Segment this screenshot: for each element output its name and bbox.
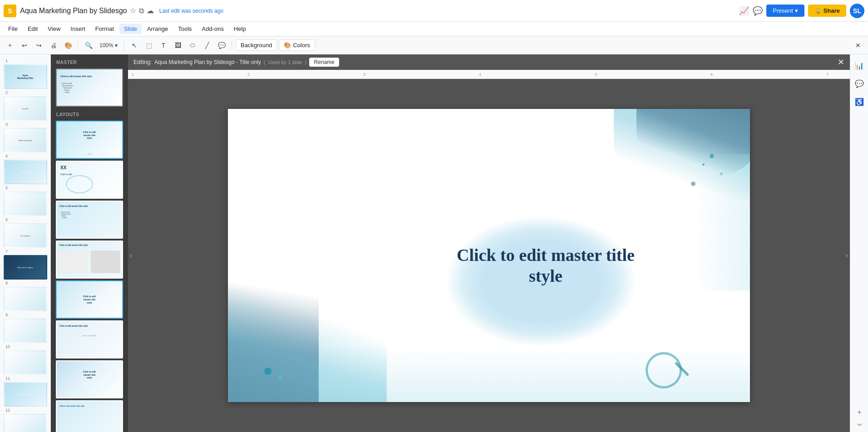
menu-file[interactable]: File bbox=[4, 24, 22, 34]
chart-icon-btn[interactable]: 📊 bbox=[852, 58, 867, 73]
toolbar: ＋ ↩ ↪ 🖨 🎨 🔍 100% ▾ ↖ ⬚ T 🖼 ⬭ ╱ 💬 Backgro… bbox=[0, 36, 868, 54]
cloud-icon[interactable]: ☁ bbox=[147, 6, 154, 15]
master-slide-bg: Click to edit master title style • Click… bbox=[57, 69, 122, 106]
zoom-dropdown[interactable]: 100% ▾ bbox=[97, 39, 120, 52]
slide-thumb-8[interactable] bbox=[4, 287, 47, 311]
master-slide-title: Click to edit master title style bbox=[60, 75, 118, 78]
palette-icon: 🎨 bbox=[284, 42, 291, 49]
doc-title: Aqua Marketing Plan by Slidesgo bbox=[20, 7, 127, 15]
slide-thumb-11[interactable]: Buyer Persona bbox=[4, 382, 47, 407]
last-edit-link[interactable]: Last edit was seconds ago bbox=[159, 8, 223, 14]
slide-thumb-6[interactable]: Our section bbox=[4, 223, 47, 248]
used-by-text: Used by 1 slide bbox=[268, 59, 302, 65]
zoom-out-button[interactable]: 🔍 bbox=[82, 39, 95, 52]
slide-thumb-11-wrapper: 11 Buyer Persona bbox=[2, 376, 49, 407]
master-slide-thumb[interactable]: Click to edit master title style • Click… bbox=[56, 69, 123, 107]
master-slide-bullets: • Click to edit• Second level · Third le… bbox=[61, 82, 73, 93]
master-panel: MASTER Click to edit master title style … bbox=[51, 54, 128, 432]
menu-tools[interactable]: Tools bbox=[173, 24, 196, 34]
slide-thumb-9[interactable] bbox=[4, 319, 47, 343]
top-bar: S Aqua Marketing Plan by Slidesgo ☆ ⧉ ☁ … bbox=[0, 0, 868, 22]
menu-format[interactable]: Format bbox=[91, 24, 118, 34]
collapse-btn[interactable]: ❮ bbox=[857, 423, 862, 427]
menu-addons[interactable]: Add-ons bbox=[197, 24, 228, 34]
layouts-label: LAYOUTS bbox=[51, 108, 128, 119]
toolbar-divider-1 bbox=[78, 41, 79, 50]
close-panel-button[interactable]: ✕ bbox=[852, 39, 864, 52]
paint-format-button[interactable]: 🎨 bbox=[62, 39, 74, 52]
accessibility-icon-btn[interactable]: ♿ bbox=[852, 94, 867, 109]
slide-thumb-3-wrapper: 3 Table of Sections bbox=[2, 122, 49, 152]
comment-icon[interactable]: 💬 bbox=[753, 6, 763, 16]
shape-tool[interactable]: ⬭ bbox=[186, 39, 199, 52]
menu-edit[interactable]: Edit bbox=[23, 24, 42, 34]
layout-thumb-1[interactable]: Click to editmaster titlestyle ∿∿∿ bbox=[56, 121, 123, 159]
menu-bar: File Edit View Insert Format Slide Arran… bbox=[0, 22, 868, 36]
trending-icon[interactable]: 📈 bbox=[739, 6, 749, 16]
toolbar-divider-2 bbox=[124, 41, 124, 50]
slide-thumb-2[interactable]: Content bbox=[4, 96, 47, 121]
slide-thumb-5[interactable] bbox=[4, 191, 47, 216]
present-button[interactable]: Present ▾ bbox=[766, 5, 804, 17]
canvas-scroll[interactable]: Click to edit master title style ‹ › bbox=[128, 79, 850, 432]
comment-icon-btn[interactable]: 💬 bbox=[852, 76, 867, 91]
slide-thumb-1-wrapper: 1 AquaMarketing Plan bbox=[2, 59, 49, 89]
menu-insert[interactable]: Insert bbox=[66, 24, 90, 34]
title-icons: ☆ ⧉ ☁ bbox=[130, 6, 154, 15]
folder-icon[interactable]: ⧉ bbox=[139, 7, 144, 15]
undo-button[interactable]: ↩ bbox=[18, 39, 31, 52]
layout-thumb-4[interactable]: Click to edit master title style bbox=[56, 241, 123, 279]
layout-thumb-8[interactable]: Click to edit master title style bbox=[56, 400, 123, 432]
scroll-left-indicator: ‹ bbox=[130, 251, 132, 260]
close-editing-button[interactable]: ✕ bbox=[838, 57, 844, 67]
share-button[interactable]: 🔒 Share bbox=[808, 5, 846, 17]
slide-thumb-12[interactable] bbox=[4, 414, 47, 432]
slide-thumb-10[interactable] bbox=[4, 350, 47, 375]
toolbar-divider-3 bbox=[232, 41, 232, 50]
new-slide-button[interactable]: ＋ bbox=[4, 39, 16, 52]
rename-button[interactable]: Rename bbox=[309, 58, 339, 67]
master-label: MASTER bbox=[51, 58, 128, 67]
text-tool[interactable]: T bbox=[157, 39, 170, 52]
menu-slide[interactable]: Slide bbox=[119, 24, 142, 34]
layout-thumb-2[interactable]: XX Click to edit bbox=[56, 161, 123, 199]
present-chevron: ▾ bbox=[795, 7, 798, 14]
star-icon[interactable]: ☆ bbox=[130, 6, 136, 15]
right-sidebar: 📊 💬 ♿ ＋ ❮ bbox=[850, 54, 868, 432]
slide-thumb-12-wrapper: 12 bbox=[2, 408, 49, 432]
layout-thumb-3[interactable]: Click to edit master title style • Click… bbox=[56, 201, 123, 239]
slide-thumb-4-wrapper: 4 Introduction bbox=[2, 154, 49, 184]
menu-help[interactable]: Help bbox=[229, 24, 251, 34]
cursor-tool[interactable]: ↖ bbox=[128, 39, 141, 52]
ruler: 1 2 3 4 5 6 7 8 9 bbox=[128, 70, 850, 79]
layout-thumb-5[interactable]: Click to editmaster titlestyle bbox=[56, 280, 123, 319]
background-button[interactable]: Background bbox=[236, 39, 277, 51]
top-right: 📈 💬 Present ▾ 🔒 Share SL bbox=[739, 4, 864, 18]
avatar[interactable]: SL bbox=[850, 4, 864, 18]
slide-thumb-9-wrapper: 9 bbox=[2, 313, 49, 343]
comment-tool[interactable]: 💬 bbox=[215, 39, 228, 52]
slide-thumb-7[interactable]: What Sets Us Apart bbox=[4, 255, 47, 280]
slide-thumb-10-wrapper: 10 bbox=[2, 344, 49, 375]
used-by-badge: ( bbox=[264, 59, 266, 65]
print-button[interactable]: 🖨 bbox=[47, 39, 60, 52]
plus-icon-btn[interactable]: ＋ bbox=[852, 405, 867, 419]
colors-button[interactable]: 🎨 Colors bbox=[279, 39, 315, 51]
main-layout: 1 AquaMarketing Plan 2 Content 3 Table o… bbox=[0, 54, 868, 432]
redo-button[interactable]: ↪ bbox=[33, 39, 45, 52]
layout-thumb-6[interactable]: Click to edit master title style Click t… bbox=[56, 320, 123, 358]
toolbar-right: ✕ bbox=[852, 39, 864, 52]
menu-arrange[interactable]: Arrange bbox=[143, 24, 173, 34]
slide-thumb-5-wrapper: 5 bbox=[2, 186, 49, 216]
select-tool[interactable]: ⬚ bbox=[143, 39, 155, 52]
layout-thumb-7[interactable]: Click to editmaster titlestyle bbox=[56, 360, 123, 398]
app-logo[interactable]: S bbox=[4, 5, 16, 17]
present-label: Present bbox=[773, 7, 793, 14]
slide-thumb-3[interactable]: Table of Sections bbox=[4, 128, 47, 152]
slide-title[interactable]: Click to edit master title style bbox=[455, 245, 636, 286]
image-tool[interactable]: 🖼 bbox=[172, 39, 184, 52]
slide-thumb-4[interactable]: Introduction bbox=[4, 160, 47, 184]
menu-view[interactable]: View bbox=[43, 24, 65, 34]
slide-thumb-1[interactable]: AquaMarketing Plan bbox=[4, 64, 47, 89]
line-tool[interactable]: ╱ bbox=[201, 39, 213, 52]
